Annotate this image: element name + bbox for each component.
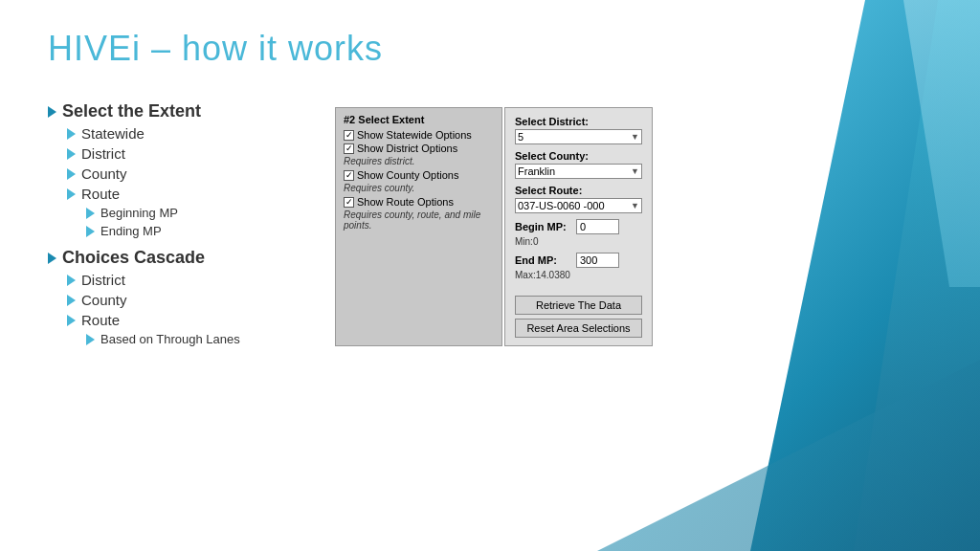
note2: Requires county. (344, 183, 494, 193)
district-dropdown-arrow: ▼ (631, 132, 639, 142)
county-select[interactable]: Franklin ▼ (515, 164, 642, 179)
route-value: 037-US-0060 -000 (518, 200, 605, 211)
cb1-box[interactable]: ✓ (344, 130, 354, 141)
based-on-label: Based on Through Lanes (100, 332, 240, 346)
end-mp-input[interactable]: 300 (576, 253, 619, 268)
page-title: HIVEi – how it works (48, 29, 932, 69)
bullet-arrow-end-mp (86, 226, 95, 237)
note3: Requires county, route, and mile points. (344, 209, 494, 231)
route-1-label: Route (81, 186, 120, 202)
bullet-arrow-route2 (67, 315, 76, 326)
end-mp-max: Max:14.0380 (515, 270, 642, 280)
ending-mp-label: Ending MP (100, 224, 162, 238)
retrieve-data-button[interactable]: Retrieve The Data (515, 296, 642, 315)
county-1-label: County (81, 165, 127, 182)
county-2-label: County (81, 292, 127, 308)
district-select[interactable]: 5 ▼ (515, 129, 642, 144)
cb3-box[interactable]: ✓ (344, 170, 354, 181)
route-dropdown-arrow: ▼ (631, 201, 639, 210)
left-panel-title: #2 Select Extent (344, 114, 494, 125)
ui-mockup: #2 Select Extent ✓ Show Statewide Option… (335, 107, 653, 346)
begin-mp-min: Min:0 (515, 236, 642, 247)
county-value: Franklin (518, 165, 555, 177)
begin-mp-label: Begin MP: (515, 221, 572, 232)
bullet-arrow-county1 (67, 168, 76, 180)
select-fields-panel: Select District: 5 ▼ Select County: Fran… (504, 107, 653, 346)
note1: Requires district. (344, 156, 494, 166)
district-1-label: District (81, 145, 125, 162)
route-select[interactable]: 037-US-0060 -000 ▼ (515, 198, 642, 213)
cb3-label: Show County Options (357, 169, 458, 181)
cb4-label: Show Route Options (357, 196, 454, 208)
reset-area-button[interactable]: Reset Area Selections (515, 319, 642, 338)
cb1-label: Show Statewide Options (357, 129, 472, 141)
bullet-arrow-statewide (67, 128, 76, 140)
begin-mp-input[interactable]: 0 (576, 219, 619, 234)
end-mp-label: End MP: (515, 254, 572, 266)
cb2-label: Show District Options (357, 143, 457, 154)
bullet-arrow-county2 (67, 295, 76, 306)
bullet-arrow-cascade (48, 253, 56, 264)
route-2-label: Route (81, 312, 120, 328)
bullet-arrow-route1 (67, 188, 76, 200)
district-value: 5 (518, 131, 523, 143)
county-dropdown-arrow: ▼ (631, 166, 639, 176)
bullet-list: Select the Extent Statewide District Cou… (48, 98, 297, 350)
bullet-arrow-based-on (86, 334, 95, 345)
bullet-arrow-district1 (67, 148, 76, 160)
cb4-box[interactable]: ✓ (344, 197, 354, 208)
district-field-label: Select District: (515, 116, 642, 127)
bullet-arrow-begin-mp (86, 208, 95, 219)
bullet-arrow-district2 (67, 275, 76, 286)
county-field-label: Select County: (515, 150, 642, 162)
bullet-arrow-1 (48, 106, 56, 118)
route-field-label: Select Route: (515, 185, 642, 196)
choices-cascade-label: Choices Cascade (62, 248, 205, 268)
cb2-box[interactable]: ✓ (344, 143, 354, 154)
beginning-mp-label: Beginning MP (100, 206, 178, 220)
district-2-label: District (81, 272, 125, 288)
select-extent-label: Select the Extent (62, 101, 201, 121)
statewide-label: Statewide (81, 125, 145, 142)
select-extent-panel: #2 Select Extent ✓ Show Statewide Option… (335, 107, 502, 346)
